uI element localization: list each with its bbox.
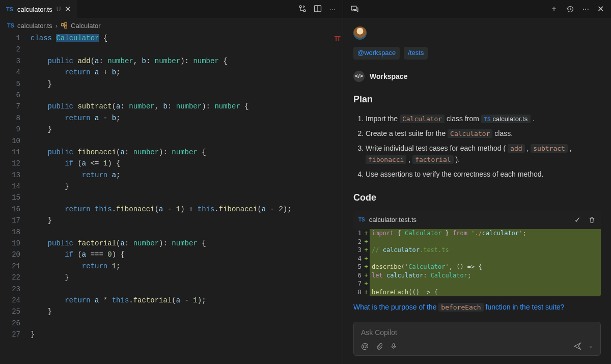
compare-changes-icon[interactable] bbox=[298, 5, 307, 13]
plan-item: Write individual test cases for each met… bbox=[366, 143, 601, 166]
typescript-icon: TS bbox=[7, 22, 14, 29]
avatar bbox=[353, 26, 367, 40]
code-icon: </> bbox=[353, 71, 365, 82]
svg-rect-5 bbox=[65, 22, 67, 24]
class-icon bbox=[61, 22, 68, 30]
code-chip: fibonacci bbox=[366, 155, 406, 164]
send-icon[interactable] bbox=[573, 342, 581, 350]
mention-icon[interactable]: @ bbox=[361, 342, 369, 350]
chat-input[interactable] bbox=[354, 322, 600, 340]
code-chip: Calculator bbox=[400, 115, 445, 123]
chat-input-box[interactable]: @ ⌄ bbox=[353, 322, 601, 356]
typescript-icon: TS bbox=[6, 6, 13, 12]
breadcrumb-file[interactable]: calculator.ts bbox=[17, 22, 52, 30]
svg-point-1 bbox=[303, 10, 306, 12]
svg-rect-4 bbox=[62, 23, 64, 25]
breadcrumb-symbol[interactable]: Calculator bbox=[71, 22, 101, 30]
code-chip: subtract bbox=[531, 144, 568, 153]
breadcrumb[interactable]: TS calculator.ts › Calculator bbox=[0, 18, 343, 33]
code-heading: Code bbox=[353, 190, 601, 205]
attach-icon[interactable] bbox=[376, 343, 383, 350]
history-icon[interactable] bbox=[566, 5, 574, 13]
more-actions-icon[interactable]: ··· bbox=[329, 5, 336, 13]
close-icon[interactable]: ✕ bbox=[597, 4, 604, 14]
tab-git-status: U bbox=[57, 6, 61, 13]
line-number-gutter: 1234567891011121314151617181920212223242… bbox=[0, 33, 31, 364]
delete-icon[interactable] bbox=[588, 216, 596, 224]
tab-filename: calculator.ts bbox=[17, 6, 52, 13]
chat-icon[interactable] bbox=[350, 5, 359, 13]
close-icon[interactable]: ✕ bbox=[65, 5, 71, 14]
workspace-title: Workspace bbox=[370, 71, 407, 82]
tab-calculator[interactable]: TS calculator.ts U ✕ bbox=[0, 0, 77, 18]
svg-rect-6 bbox=[65, 25, 67, 27]
code-chip: add bbox=[508, 144, 524, 153]
new-chat-icon[interactable]: ＋ bbox=[550, 4, 558, 14]
typescript-icon: TS bbox=[358, 216, 365, 224]
code-content[interactable]: class Calculator { public add(a: number,… bbox=[31, 33, 343, 364]
apply-icon[interactable]: ✓ bbox=[574, 214, 581, 226]
tt-indicator: TT bbox=[335, 34, 340, 45]
plan-heading: Plan bbox=[353, 92, 601, 107]
plan-item: Use assertions to verify the correctness… bbox=[366, 169, 601, 180]
snippet-body: 1+import { Calculator } from './calculat… bbox=[353, 229, 601, 296]
editor-toolbar: ··· bbox=[298, 5, 343, 13]
chat-body: @workspace /tests </> Workspace Plan Imp… bbox=[343, 18, 611, 322]
plan-item: Import the Calculator class from TScalcu… bbox=[366, 113, 601, 125]
svg-point-0 bbox=[299, 6, 301, 8]
file-chip[interactable]: TScalculator.ts bbox=[481, 115, 531, 123]
workspace-pill[interactable]: @workspace bbox=[353, 47, 400, 60]
svg-rect-9 bbox=[393, 343, 395, 346]
chat-pane: ＋ ··· ✕ @workspace /tests </> Workspace … bbox=[343, 0, 611, 364]
snippet-filename: calculator.test.ts bbox=[369, 215, 416, 226]
tests-pill[interactable]: /tests bbox=[404, 47, 428, 60]
plan-item: Create a test suite for the Calculator c… bbox=[366, 128, 601, 139]
chat-header: ＋ ··· ✕ bbox=[343, 0, 611, 18]
plan-list: Import the Calculator class from TScalcu… bbox=[353, 113, 601, 180]
more-actions-icon[interactable]: ··· bbox=[582, 5, 589, 14]
chevron-down-icon[interactable]: ⌄ bbox=[589, 343, 593, 349]
snippet-header: TS calculator.test.ts ✓ bbox=[353, 211, 601, 229]
chevron-right-icon: › bbox=[55, 22, 58, 30]
split-editor-icon[interactable] bbox=[314, 5, 322, 13]
code-chip: factorial bbox=[412, 155, 453, 164]
tab-strip: TS calculator.ts U ✕ ··· bbox=[0, 0, 343, 18]
code-editor[interactable]: TT 1234567891011121314151617181920212223… bbox=[0, 33, 343, 364]
follow-up-suggestion[interactable]: What is the purpose of the beforeEach fu… bbox=[353, 301, 601, 313]
mic-icon[interactable] bbox=[390, 343, 397, 350]
editor-pane: TS calculator.ts U ✕ ··· TS calculator bbox=[0, 0, 343, 364]
code-chip: Calculator bbox=[448, 129, 492, 138]
code-chip: beforeEach bbox=[438, 303, 483, 312]
